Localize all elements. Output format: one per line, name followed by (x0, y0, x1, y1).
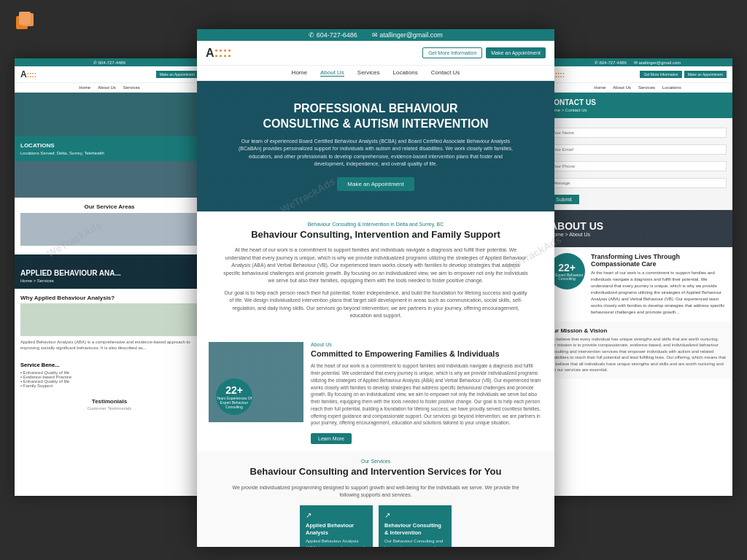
nav-home[interactable]: Home (292, 69, 307, 77)
left-panel-svc-benefit: Service Bene... • Enhanced Quality of li… (15, 357, 204, 392)
nav-services[interactable]: Services (357, 69, 380, 77)
nav-locations[interactable]: Locations (393, 69, 418, 77)
hero-title: PROFESSIONAL BEHAVIOURCONSULTING & AUTIS… (212, 101, 540, 132)
service-card-2-title: Behaviour Consulting & Intervention (384, 522, 446, 537)
left-panel-locations: LOCATIONS Locations Served: Delta, Surre… (15, 136, 204, 161)
service-card-1-text: Applied Behaviour Analysis (ABA) is a co… (306, 538, 367, 547)
left-panel-appt-btn[interactable]: Make an Appointment (156, 71, 198, 78)
svg-rect-2 (19, 12, 31, 25)
right-panel-info-btn[interactable]: Get More Information (640, 71, 681, 78)
left-panel-applied-hero: APPLIED BEHAVIOUR ANA... Home > Services (15, 254, 204, 289)
consulting-text1: At the heart of our work is a commitment… (222, 246, 529, 285)
left-panel-why-aba: Why Applied Behaviour Analysis? Applied … (15, 289, 204, 357)
right-panel-nav: Home About Us Services Locations (543, 83, 732, 93)
right-panel-email: ✉ atallinger@gmail.com (634, 60, 681, 65)
left-panel-nav: Home About Us Services (15, 83, 204, 93)
right-panel-contact-title: CONTACT US Home > Contact Us (543, 93, 732, 118)
rp-badge-number: 22+ (558, 262, 576, 273)
left-panel-service-areas: Our Service Areas (15, 198, 204, 254)
about-title: Committed to Empowering Families & Indiv… (311, 349, 543, 359)
main-phone: ✆ 604-727-6486 (309, 31, 357, 39)
about-label: About Us (311, 342, 543, 347)
right-panel-contact-form: Submit (543, 118, 732, 210)
left-panel: ✆ 604-727-4486 A:::: Make an Appointment… (15, 58, 204, 496)
about-image-block: 22+ Years Experiences Of Expert Behaviou… (209, 342, 303, 422)
main-logo: A:::: (206, 45, 232, 61)
left-panel-why-img (20, 303, 198, 336)
consulting-text2: Our goal is to help each person reach th… (222, 289, 529, 320)
main-site: ✆ 604-727-6486 ✉ atallinger@gmail.com A:… (197, 29, 554, 547)
services-title: Behaviour Consulting and Intervention Se… (209, 466, 543, 478)
hero-cta-button[interactable]: Make an Appointment (337, 177, 414, 191)
app-icon (15, 10, 38, 34)
right-panel-topbar: ✆ 604-727-4486 ✉ atallinger@gmail.com (543, 58, 732, 66)
learn-more-button[interactable]: Learn More (311, 433, 352, 444)
get-more-info-button[interactable]: Get More Information (422, 47, 482, 58)
left-panel-service-img (20, 213, 198, 246)
service-card-2-text: Our Behaviour Consulting and Interventio… (384, 538, 446, 547)
right-panel-header: A:::: Get More Information Make an Appoi… (543, 66, 732, 83)
years-badge: 22+ Years Experiences Of Expert Behaviou… (216, 378, 252, 415)
badge-subtitle: Years Experiences Of Expert Behaviour Co… (216, 396, 252, 409)
left-panel-map-img (15, 161, 204, 198)
left-panel-logo: A:::: (20, 69, 36, 79)
right-panel-about-content: 22+ Of Expert Behaviour Consulting Trans… (543, 247, 732, 322)
service-card-1-title: Applied Behaviour Analysis (306, 522, 367, 537)
right-panel: ✆ 604-727-4486 ✉ atallinger@gmail.com A:… (543, 58, 732, 496)
contact-message-input[interactable] (549, 178, 727, 188)
right-panel-mission: Our Mission & Vision We believe that eve… (543, 322, 732, 378)
make-appointment-button[interactable]: Make an Appointment (486, 47, 546, 58)
contact-name-input[interactable] (549, 128, 727, 138)
consulting-title: Behaviour Consulting, Intervention and F… (212, 229, 540, 241)
main-hero: PROFESSIONAL BEHAVIOURCONSULTING & AUTIS… (197, 81, 554, 211)
right-panel-phone: ✆ 604-727-4486 (595, 60, 627, 65)
left-panel-phone: ✆ 604-727-4486 (93, 60, 125, 65)
header-buttons: Get More Information Make an Appointment (422, 47, 546, 58)
services-label: Our Services (209, 459, 543, 464)
main-header: A:::: Get More Information Make an Appoi… (197, 41, 554, 66)
nav-contact[interactable]: Contact Us (431, 69, 460, 77)
rp-about-heading: Transforming Lives Through Compassionate… (591, 253, 727, 316)
main-nav: Home About Us Services Locations Contact… (197, 66, 554, 81)
service-card-1: ↗ Applied Behaviour Analysis Applied Beh… (300, 505, 373, 547)
consulting-section: Behaviour Consulting & Intervention in D… (197, 211, 554, 335)
services-description: We provide individualized programming de… (222, 484, 529, 499)
hero-description: Our team of experienced Board Certified … (237, 138, 514, 168)
contact-phone-input[interactable] (549, 161, 727, 171)
services-cards: ↗ Applied Behaviour Analysis Applied Beh… (209, 505, 543, 547)
service-card-2: ↗ Behaviour Consulting & Intervention Ou… (379, 505, 452, 547)
about-row: 22+ Years Experiences Of Expert Behaviou… (197, 335, 554, 451)
left-panel-header: A:::: Make an Appointment (15, 66, 204, 83)
about-text: At the heart of our work is a commitment… (311, 362, 543, 427)
right-panel-appt-btn[interactable]: Make an Appointment (684, 71, 727, 78)
consulting-label: Behaviour Consulting & Intervention in D… (212, 222, 540, 227)
about-content: About Us Committed to Empowering Familie… (311, 342, 543, 444)
services-section: Our Services Behaviour Consulting and In… (197, 451, 554, 547)
main-topbar: ✆ 604-727-6486 ✉ atallinger@gmail.com (197, 29, 554, 41)
main-email: ✉ atallinger@gmail.com (372, 31, 443, 39)
left-panel-hero-img (15, 93, 204, 136)
nav-about[interactable]: About Us (320, 69, 344, 77)
right-panel-about-header: ABOUT US Home > About Us (543, 210, 732, 247)
left-panel-testimonials: Testimonials Customer Testimonials (15, 392, 204, 416)
service-card-1-arrow: ↗ (306, 511, 367, 519)
contact-email-input[interactable] (549, 144, 727, 155)
left-panel-topbar: ✆ 604-727-4486 (15, 58, 204, 66)
service-card-2-arrow: ↗ (384, 511, 446, 519)
badge-number: 22+ (225, 384, 243, 396)
